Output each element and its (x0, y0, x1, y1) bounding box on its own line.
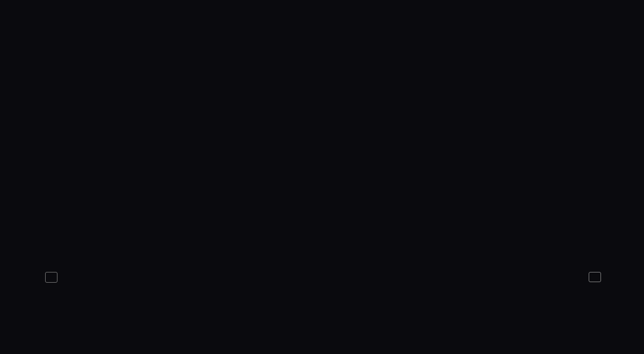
macd-toolbar (0, 271, 644, 283)
stock-chart-app (0, 0, 644, 354)
chart-canvas[interactable] (0, 0, 644, 354)
chart-header (46, 2, 76, 12)
help-icon[interactable] (45, 272, 57, 283)
close-icon[interactable] (589, 272, 601, 282)
